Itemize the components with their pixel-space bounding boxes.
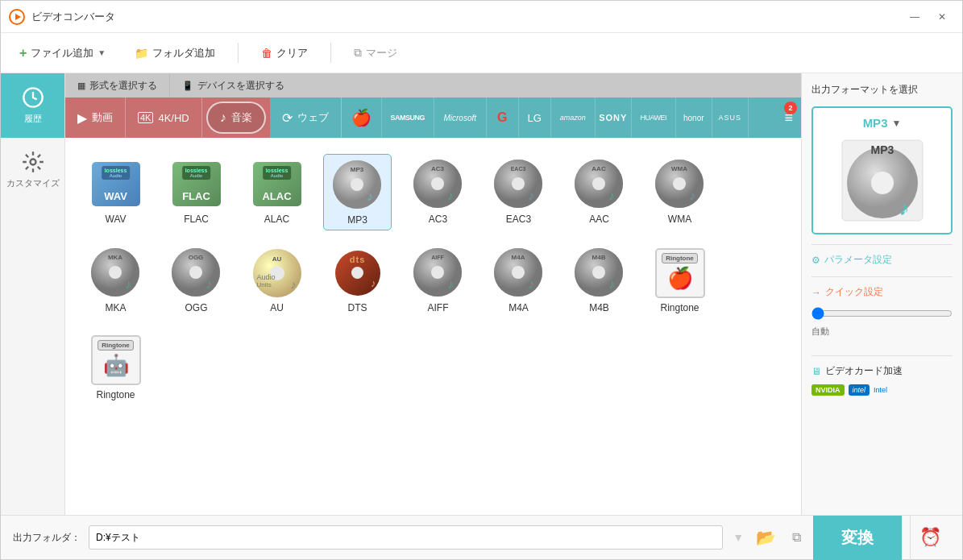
dev-tab-honor[interactable]: honor: [676, 97, 712, 138]
quality-slider[interactable]: [811, 307, 953, 320]
param-icon: ⚙: [811, 255, 820, 266]
dev-tab-microsoft[interactable]: Microsoft: [434, 97, 487, 138]
ringtone-apple-name: Ringtone: [660, 302, 699, 313]
format-item-wma[interactable]: WMA ♪ WMA: [645, 154, 714, 230]
dropdown-arrow-output[interactable]: ▼: [733, 531, 744, 544]
svg-text:M4B: M4B: [592, 254, 606, 261]
svg-text:♪: ♪: [899, 196, 909, 220]
toolbar: + ファイル追加 ▼ 📁 フォルダ追加 🗑 クリア ⧉ マージ: [1, 33, 962, 73]
merge-label: マージ: [366, 46, 397, 60]
minimize-button[interactable]: —: [903, 9, 927, 25]
customize-label: カスタマイズ: [6, 177, 60, 189]
format-item-mka[interactable]: MKA ♪ MKA: [81, 243, 150, 317]
format-item-ringtone-android[interactable]: Ringtone 🤖 Ringtone: [81, 330, 150, 404]
format-item-m4b[interactable]: M4B ♪ M4B: [565, 243, 633, 317]
output-path-input[interactable]: [89, 525, 723, 550]
format-item-aiff[interactable]: AIFF ♪ AIFF: [404, 243, 472, 317]
merge-button[interactable]: ⧉ マージ: [347, 42, 404, 64]
eac3-name: EAC3: [506, 214, 531, 225]
device-tab-icon: 📱: [182, 81, 193, 91]
dev-tab-amazon[interactable]: amazon: [551, 97, 596, 138]
svg-point-41: [431, 266, 444, 279]
intel-label[interactable]: Intel: [874, 386, 887, 394]
format-item-mp3[interactable]: MP3 ♪ MP3: [323, 154, 392, 230]
add-folder-button[interactable]: 📁 フォルダ追加: [128, 42, 222, 64]
format-item-alac[interactable]: lossless Audio ALAC ALAC: [243, 154, 311, 230]
svg-text:♪: ♪: [608, 189, 615, 202]
format-item-wav[interactable]: lossless Audio WAV WAV: [81, 154, 150, 230]
dev-tab-apple[interactable]: 🍎: [342, 97, 382, 138]
format-item-ogg[interactable]: OGG ♪ OGG: [162, 243, 230, 317]
arrow-icon: →: [811, 287, 821, 298]
dev-tab-sony[interactable]: SONY: [596, 97, 632, 138]
format-grid: lossless Audio WAV WAV lossless: [65, 138, 801, 515]
format-item-ringtone-apple[interactable]: Ringtone 🍎 Ringtone: [645, 243, 714, 317]
app-window: ビデオコンバータ — ✕ + ファイル追加 ▼ 📁 フォルダ追加 🗑 クリア ⧉…: [0, 0, 963, 560]
format-item-m4a[interactable]: M4A ♪ M4A: [484, 243, 553, 317]
selected-format-name: MP3 ▼: [863, 116, 902, 130]
alarm-button[interactable]: ⏰: [910, 516, 950, 560]
device-tab[interactable]: 📱 デバイスを選択する: [170, 73, 801, 97]
mp3-preview-disc: MP3 ♪: [838, 136, 927, 225]
svg-point-31: [109, 266, 122, 279]
add-file-label: ファイル追加: [31, 46, 93, 60]
microsoft-logo: Microsoft: [443, 114, 476, 122]
honor-logo: honor: [683, 114, 704, 122]
mp3-disc-icon: MP3 ♪: [331, 159, 384, 211]
copy-path-button[interactable]: ⧉: [788, 530, 805, 545]
add-file-button[interactable]: + ファイル追加 ▼: [13, 42, 112, 64]
close-button[interactable]: ✕: [930, 9, 954, 25]
dev-tab-samsung[interactable]: SAMSUNG: [382, 97, 434, 138]
format-item-aac[interactable]: AAC ♪ AAC: [565, 154, 633, 230]
clear-button[interactable]: 🗑 クリア: [255, 42, 314, 64]
svg-text:MP3: MP3: [870, 143, 894, 156]
svg-text:♪: ♪: [205, 277, 212, 291]
format-tab-label: 形式を選択する: [89, 79, 157, 93]
m4b-name: M4B: [589, 302, 609, 313]
format-item-au[interactable]: ♪ AU Audio Units AU: [243, 243, 311, 317]
m4b-disc-icon: M4B ♪: [573, 247, 625, 299]
dev-tab-huawei[interactable]: HUAWEI: [632, 97, 676, 138]
format-item-dts[interactable]: dts ♪ DTS: [323, 243, 392, 317]
tab-music[interactable]: ♪ 音楽: [206, 102, 266, 134]
dev-tab-google[interactable]: G: [487, 97, 519, 138]
nvidia-badge[interactable]: NVIDIA: [811, 384, 845, 396]
format-item-flac[interactable]: lossless Audio FLAC FLAC: [162, 154, 230, 230]
svg-point-3: [30, 160, 35, 165]
quick-settings-section: → クイック設定 自動: [811, 276, 953, 346]
sidebar-item-customize[interactable]: カスタマイズ: [1, 138, 64, 202]
quick-settings-button[interactable]: → クイック設定: [811, 285, 953, 299]
eac3-disc-icon: EAC3 ♪: [492, 158, 545, 210]
main-area: 履歴 カスタマイズ ▦ 形式を選択する 📱 デバイスを選択する: [1, 73, 962, 515]
dropdown-arrow-icon: ▼: [98, 48, 106, 57]
aac-disc-icon: AAC ♪: [573, 158, 625, 210]
app-title: ビデオコンバータ: [31, 10, 903, 24]
amazon-logo: amazon: [560, 114, 586, 122]
tab-web[interactable]: ⟳ ウェブ: [270, 97, 342, 138]
device-tab-more[interactable]: ≡ 2: [776, 97, 801, 138]
toolbar-divider-2: [330, 43, 331, 63]
google-logo: G: [497, 110, 507, 125]
plus-icon: +: [19, 46, 27, 60]
svg-point-36: [189, 266, 202, 279]
wav-label-inner: WAV: [104, 190, 127, 202]
ringtone-android-name: Ringtone: [96, 389, 135, 400]
intel-badge[interactable]: intel: [849, 384, 870, 396]
alac-label-inner: ALAC: [262, 190, 291, 202]
svg-point-6: [351, 178, 363, 191]
format-item-ac3[interactable]: AC3 ♪ AC3: [404, 154, 472, 230]
browse-folder-button[interactable]: 📂: [752, 528, 780, 547]
svg-text:♪: ♪: [528, 189, 534, 202]
tab-4k[interactable]: 4K 4K/HD: [126, 97, 202, 138]
param-settings-button[interactable]: ⚙ パラメータ設定: [811, 253, 953, 267]
tab-video[interactable]: ▶ 動画: [65, 97, 126, 138]
format-disc-preview: MP3 ♪: [838, 136, 927, 225]
dev-tab-asus[interactable]: ASUS: [712, 97, 749, 138]
dev-tab-lg[interactable]: LG: [519, 97, 551, 138]
convert-button[interactable]: 変換: [813, 516, 902, 560]
sidebar-item-history[interactable]: 履歴: [1, 73, 64, 138]
trash-icon: 🗑: [261, 47, 272, 60]
format-item-eac3[interactable]: EAC3 ♪ EAC3: [484, 154, 553, 230]
music-icon: ♪: [220, 110, 226, 125]
format-tab[interactable]: ▦ 形式を選択する: [65, 73, 170, 97]
